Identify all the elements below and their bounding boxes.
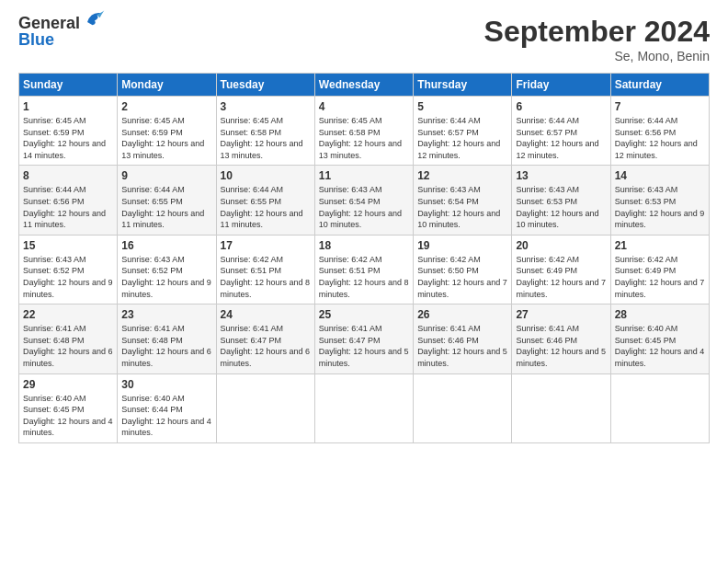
calendar-cell: 21Sunrise: 6:42 AM Sunset: 6:49 PM Dayli… bbox=[610, 235, 709, 304]
weekday-header: Thursday bbox=[414, 74, 512, 97]
day-info: Sunrise: 6:43 AM Sunset: 6:52 PM Dayligh… bbox=[23, 254, 113, 300]
header: General Blue September 2024 Se, Mono, Be… bbox=[18, 15, 710, 63]
logo-bird-icon bbox=[84, 7, 106, 29]
weekday-header: Wednesday bbox=[314, 74, 413, 97]
day-info: Sunrise: 6:41 AM Sunset: 6:48 PM Dayligh… bbox=[121, 323, 211, 369]
day-number: 3 bbox=[221, 100, 311, 113]
logo: General Blue bbox=[18, 15, 106, 48]
calendar-cell: 22Sunrise: 6:41 AM Sunset: 6:48 PM Dayli… bbox=[19, 304, 118, 373]
month-title: September 2024 bbox=[484, 15, 710, 49]
day-number: 4 bbox=[319, 100, 409, 113]
calendar-cell: 11Sunrise: 6:43 AM Sunset: 6:54 PM Dayli… bbox=[314, 166, 413, 235]
day-number: 16 bbox=[121, 239, 211, 252]
calendar-cell: 24Sunrise: 6:41 AM Sunset: 6:47 PM Dayli… bbox=[216, 304, 314, 373]
calendar-header-row: SundayMondayTuesdayWednesdayThursdayFrid… bbox=[19, 74, 710, 97]
day-info: Sunrise: 6:42 AM Sunset: 6:50 PM Dayligh… bbox=[417, 254, 507, 300]
day-number: 9 bbox=[121, 169, 211, 182]
day-number: 29 bbox=[23, 378, 113, 391]
calendar-cell: 28Sunrise: 6:40 AM Sunset: 6:45 PM Dayli… bbox=[610, 304, 709, 373]
day-number: 26 bbox=[417, 308, 507, 321]
calendar-cell: 12Sunrise: 6:43 AM Sunset: 6:54 PM Dayli… bbox=[414, 166, 512, 235]
day-info: Sunrise: 6:45 AM Sunset: 6:58 PM Dayligh… bbox=[319, 115, 409, 161]
day-number: 14 bbox=[615, 169, 705, 182]
calendar-cell: 14Sunrise: 6:43 AM Sunset: 6:53 PM Dayli… bbox=[610, 166, 709, 235]
calendar-cell: 18Sunrise: 6:42 AM Sunset: 6:51 PM Dayli… bbox=[314, 235, 413, 304]
calendar-cell: 16Sunrise: 6:43 AM Sunset: 6:52 PM Dayli… bbox=[118, 235, 216, 304]
day-number: 13 bbox=[516, 169, 606, 182]
calendar-cell: 23Sunrise: 6:41 AM Sunset: 6:48 PM Dayli… bbox=[118, 304, 216, 373]
day-info: Sunrise: 6:41 AM Sunset: 6:46 PM Dayligh… bbox=[516, 323, 606, 369]
day-info: Sunrise: 6:43 AM Sunset: 6:54 PM Dayligh… bbox=[319, 184, 409, 230]
day-number: 22 bbox=[23, 308, 113, 321]
day-number: 24 bbox=[221, 308, 311, 321]
location: Se, Mono, Benin bbox=[484, 49, 710, 63]
calendar-week-row: 8Sunrise: 6:44 AM Sunset: 6:56 PM Daylig… bbox=[19, 166, 710, 235]
calendar-cell: 26Sunrise: 6:41 AM Sunset: 6:46 PM Dayli… bbox=[414, 304, 512, 373]
day-info: Sunrise: 6:45 AM Sunset: 6:59 PM Dayligh… bbox=[121, 115, 211, 161]
weekday-header: Sunday bbox=[19, 74, 118, 97]
calendar-cell: 3Sunrise: 6:45 AM Sunset: 6:58 PM Daylig… bbox=[216, 97, 314, 166]
calendar-week-row: 29Sunrise: 6:40 AM Sunset: 6:45 PM Dayli… bbox=[19, 373, 710, 442]
day-number: 19 bbox=[417, 239, 507, 252]
day-info: Sunrise: 6:43 AM Sunset: 6:52 PM Dayligh… bbox=[121, 254, 211, 300]
calendar-cell: 15Sunrise: 6:43 AM Sunset: 6:52 PM Dayli… bbox=[19, 235, 118, 304]
day-number: 25 bbox=[319, 308, 409, 321]
calendar-cell: 4Sunrise: 6:45 AM Sunset: 6:58 PM Daylig… bbox=[314, 97, 413, 166]
day-number: 15 bbox=[23, 239, 113, 252]
day-info: Sunrise: 6:44 AM Sunset: 6:55 PM Dayligh… bbox=[221, 184, 311, 230]
day-number: 11 bbox=[319, 169, 409, 182]
day-info: Sunrise: 6:40 AM Sunset: 6:45 PM Dayligh… bbox=[23, 393, 113, 439]
day-info: Sunrise: 6:45 AM Sunset: 6:59 PM Dayligh… bbox=[23, 115, 113, 161]
day-info: Sunrise: 6:45 AM Sunset: 6:58 PM Dayligh… bbox=[221, 115, 311, 161]
day-number: 10 bbox=[221, 169, 311, 182]
day-info: Sunrise: 6:44 AM Sunset: 6:56 PM Dayligh… bbox=[23, 184, 113, 230]
calendar-week-row: 1Sunrise: 6:45 AM Sunset: 6:59 PM Daylig… bbox=[19, 97, 710, 166]
calendar-cell: 1Sunrise: 6:45 AM Sunset: 6:59 PM Daylig… bbox=[19, 97, 118, 166]
day-info: Sunrise: 6:42 AM Sunset: 6:49 PM Dayligh… bbox=[615, 254, 705, 300]
day-info: Sunrise: 6:40 AM Sunset: 6:45 PM Dayligh… bbox=[615, 323, 705, 369]
calendar-cell: 13Sunrise: 6:43 AM Sunset: 6:53 PM Dayli… bbox=[512, 166, 610, 235]
day-number: 6 bbox=[516, 100, 606, 113]
day-number: 20 bbox=[516, 239, 606, 252]
calendar-cell: 5Sunrise: 6:44 AM Sunset: 6:57 PM Daylig… bbox=[414, 97, 512, 166]
day-number: 23 bbox=[121, 308, 211, 321]
day-number: 21 bbox=[615, 239, 705, 252]
weekday-header: Saturday bbox=[610, 74, 709, 97]
calendar-cell: 19Sunrise: 6:42 AM Sunset: 6:50 PM Dayli… bbox=[414, 235, 512, 304]
day-number: 12 bbox=[417, 169, 507, 182]
calendar-cell: 27Sunrise: 6:41 AM Sunset: 6:46 PM Dayli… bbox=[512, 304, 610, 373]
page: General Blue September 2024 Se, Mono, Be… bbox=[0, 0, 728, 563]
day-number: 7 bbox=[615, 100, 705, 113]
day-info: Sunrise: 6:44 AM Sunset: 6:55 PM Dayligh… bbox=[121, 184, 211, 230]
day-info: Sunrise: 6:44 AM Sunset: 6:57 PM Dayligh… bbox=[417, 115, 507, 161]
calendar-cell: 17Sunrise: 6:42 AM Sunset: 6:51 PM Dayli… bbox=[216, 235, 314, 304]
calendar-cell: 2Sunrise: 6:45 AM Sunset: 6:59 PM Daylig… bbox=[118, 97, 216, 166]
day-number: 28 bbox=[615, 308, 705, 321]
weekday-header: Monday bbox=[118, 74, 216, 97]
day-number: 18 bbox=[319, 239, 409, 252]
day-number: 8 bbox=[23, 169, 113, 182]
day-info: Sunrise: 6:43 AM Sunset: 6:53 PM Dayligh… bbox=[615, 184, 705, 230]
day-number: 30 bbox=[121, 378, 211, 391]
day-number: 27 bbox=[516, 308, 606, 321]
calendar-cell bbox=[314, 373, 413, 442]
calendar-cell bbox=[216, 373, 314, 442]
title-block: September 2024 Se, Mono, Benin bbox=[484, 15, 710, 63]
day-info: Sunrise: 6:44 AM Sunset: 6:57 PM Dayligh… bbox=[516, 115, 606, 161]
day-info: Sunrise: 6:41 AM Sunset: 6:47 PM Dayligh… bbox=[319, 323, 409, 369]
logo-text: General Blue bbox=[18, 15, 106, 48]
day-number: 2 bbox=[121, 100, 211, 113]
calendar-cell: 8Sunrise: 6:44 AM Sunset: 6:56 PM Daylig… bbox=[19, 166, 118, 235]
calendar-cell: 25Sunrise: 6:41 AM Sunset: 6:47 PM Dayli… bbox=[314, 304, 413, 373]
weekday-header: Friday bbox=[512, 74, 610, 97]
day-number: 17 bbox=[221, 239, 311, 252]
day-number: 5 bbox=[417, 100, 507, 113]
calendar-cell bbox=[512, 373, 610, 442]
calendar-cell: 20Sunrise: 6:42 AM Sunset: 6:49 PM Dayli… bbox=[512, 235, 610, 304]
calendar-week-row: 15Sunrise: 6:43 AM Sunset: 6:52 PM Dayli… bbox=[19, 235, 710, 304]
day-info: Sunrise: 6:42 AM Sunset: 6:51 PM Dayligh… bbox=[221, 254, 311, 300]
day-number: 1 bbox=[23, 100, 113, 113]
day-info: Sunrise: 6:43 AM Sunset: 6:54 PM Dayligh… bbox=[417, 184, 507, 230]
calendar-cell bbox=[610, 373, 709, 442]
day-info: Sunrise: 6:41 AM Sunset: 6:47 PM Dayligh… bbox=[221, 323, 311, 369]
